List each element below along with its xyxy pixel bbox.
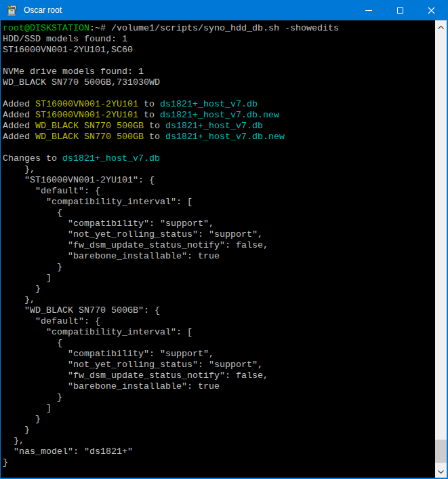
terminal-text-segment: Added [3,110,35,120]
terminal-text-segment: } [3,414,41,424]
terminal-text-segment: ds1821+_host_v7.db.new [160,110,279,120]
terminal-line: Added WD_BLACK SN770 500GB to ds1821+_ho… [3,132,285,142]
terminal-text-segment: Added [3,132,35,142]
terminal-text-segment: ds1821+_host_v7.db [165,121,263,131]
terminal-line: Added ST16000VN001-2YU101 to ds1821+_hos… [3,110,279,120]
terminal-text-segment: ds1821+_host_v7.db.new [165,132,285,142]
terminal-line: } [3,414,41,424]
terminal-text-segment: "barebone_installable": true [3,251,220,261]
terminal-line: root@DISKSTATION:~# /volume1/scripts/syn… [3,23,339,33]
terminal-text-segment: to [144,132,165,142]
terminal-text-segment: "fw_dsm_update_status_notify": false, [3,370,268,381]
terminal-body: root@DISKSTATION:~# /volume1/scripts/syn… [1,20,447,478]
terminal-line: NVMe drive models found: 1 [3,66,144,77]
terminal-text-segment: "default": { [3,186,100,196]
terminal-text-segment: to [138,99,160,109]
terminal-line: } [3,425,30,435]
terminal-text-segment: "default": { [3,316,100,326]
terminal-line: { [3,208,62,218]
terminal-line: "fw_dsm_update_status_notify": false, [3,370,268,381]
terminal-text-segment: ] [3,403,52,413]
terminal-text-segment: HDD/SSD models found: 1 [3,34,127,44]
terminal-output[interactable]: root@DISKSTATION:~# /volume1/scripts/syn… [1,20,435,478]
titlebar[interactable]: Oscar root [1,0,447,20]
close-button[interactable] [415,0,447,20]
terminal-line: "compatibility_interval": [ [3,327,192,337]
terminal-text-segment: "fw_dsm_update_status_notify": false, [3,240,268,250]
maximize-icon [397,7,403,14]
terminal-text-segment: } [3,392,62,402]
terminal-text-segment: "compatibility_interval": [ [3,327,192,337]
terminal-line: { [3,338,62,348]
terminal-text-segment: WD_BLACK SN770 500GB [35,121,144,131]
terminal-text-segment: to [138,110,160,120]
terminal-line: "barebone_installable": true [3,251,220,261]
terminal-text-segment: } [3,262,62,272]
close-icon [428,7,435,14]
terminal-line: HDD/SSD models found: 1 [3,34,127,44]
terminal-line: }, [3,294,35,305]
terminal-text-segment: { [3,208,62,218]
terminal-text-segment: { [3,338,62,348]
terminal-line: ] [3,403,52,413]
scrollbar-up-arrow-icon[interactable] [435,22,447,33]
terminal-line: } [3,392,62,402]
putty-window: Oscar root root@DISKSTATION:~# /volume1/… [0,0,448,479]
terminal-text-segment: "barebone_installable": true [3,381,220,391]
terminal-line: "nas_model": "ds1821+" [3,446,133,457]
terminal-text-segment: Added [3,99,35,109]
terminal-text-segment: ST16000VN001-2YU101,SC60 [3,45,133,55]
terminal-line: Added WD_BLACK SN770 500GB to ds1821+_ho… [3,121,263,131]
terminal-text-segment: } [3,284,41,294]
terminal-line: "fw_dsm_update_status_notify": false, [3,240,268,250]
terminal-line: }, [3,164,35,174]
terminal-line: "barebone_installable": true [3,381,220,391]
terminal-line: ] [3,273,52,283]
terminal-text-segment: "compatibility": "support", [3,218,214,229]
terminal-text-segment: "ST16000VN001-2YU101": { [3,175,155,185]
window-controls [353,0,447,20]
window-title: Oscar root [24,5,62,15]
terminal-text-segment: ds1821+_host_v7.db [160,99,258,109]
terminal-text-segment: WD_BLACK SN770 500GB [35,132,144,142]
minimize-button[interactable] [353,0,384,20]
terminal-line: Added ST16000VN001-2YU101 to ds1821+_hos… [3,99,258,109]
scrollbar-down-arrow-icon[interactable] [435,466,447,478]
putty-icon [5,4,18,16]
terminal-line: } [3,284,41,294]
terminal-text-segment: } [3,425,30,435]
terminal-text-segment: "WD_BLACK SN770 500GB": { [3,305,160,315]
terminal-line: ST16000VN001-2YU101,SC60 [3,45,133,55]
terminal-text-segment: WD_BLACK SN770 500GB,731030WD [3,77,160,88]
scrollbar-thumb[interactable] [435,440,447,463]
terminal-text-segment: "not_yet_rolling_status": "support", [3,229,263,240]
terminal-text-segment: }, [3,164,35,174]
terminal-line: }, [3,436,24,446]
terminal-line: "compatibility": "support", [3,349,214,359]
terminal-line: "WD_BLACK SN770 500GB": { [3,305,160,315]
terminal-text-segment: "compatibility_interval": [ [3,197,192,207]
terminal-line: "ST16000VN001-2YU101": { [3,175,155,185]
terminal-line: "not_yet_rolling_status": "support", [3,360,263,370]
terminal-text-segment: ST16000VN001-2YU101 [35,110,138,120]
maximize-button[interactable] [384,0,415,20]
terminal-line: Changes to ds1821+_host_v7.db [3,153,160,164]
terminal-line: } [3,457,8,467]
terminal-text-segment: } [3,457,8,467]
terminal-text-segment: }, [3,436,24,446]
scrollbar[interactable] [435,20,447,478]
terminal-line: "default": { [3,316,100,326]
terminal-text-segment: "not_yet_rolling_status": "support", [3,360,263,370]
terminal-text-segment: Added [3,121,35,131]
terminal-line: "not_yet_rolling_status": "support", [3,229,263,240]
terminal-text-segment: to [144,121,165,131]
terminal-text-segment: }, [3,294,35,305]
terminal-text-segment: :~# /volume1/scripts/syno_hdd_db.sh -sho… [89,23,339,33]
terminal-line: WD_BLACK SN770 500GB,731030WD [3,77,160,88]
minimize-icon [365,10,372,11]
terminal-text-segment: ST16000VN001-2YU101 [35,99,138,109]
terminal-line: "compatibility_interval": [ [3,197,192,207]
terminal-text-segment: NVMe drive models found: 1 [3,66,144,77]
terminal-line: } [3,262,62,272]
terminal-line: "default": { [3,186,100,196]
